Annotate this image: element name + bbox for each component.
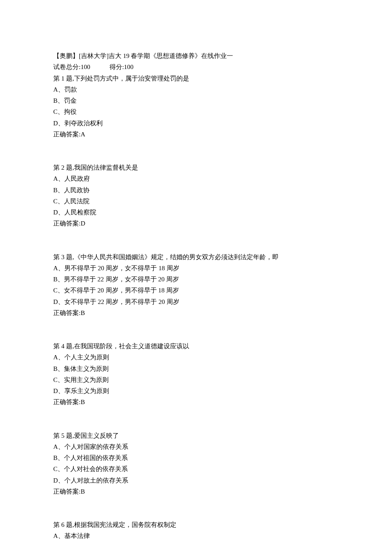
questions-container: 第 1 题,下列处罚方式中，属于治安管理处罚的是A、罚款B、罚金C、拘役D、剥夺… (53, 73, 339, 542)
question-spacer (53, 497, 339, 519)
question-option: B、男不得早于 22 周岁，女不得早于 20 周岁 (53, 274, 339, 285)
question-block: 第 3 题,《中华人民共和国婚姻法》规定，结婚的男女双方必须达到法定年龄，即A、… (53, 251, 339, 319)
total-label: 试卷总分: (53, 61, 81, 72)
question-option: C、实用主义为原则 (53, 374, 339, 385)
question-spacer (53, 140, 339, 162)
question-stem: 第 3 题,《中华人民共和国婚姻法》规定，结婚的男女双方必须达到法定年龄，即 (53, 251, 339, 263)
question-stem: 第 4 题,在我国现阶段，社会主义道德建设应该以 (53, 341, 339, 352)
question-option: A、个人主义为原则 (53, 352, 339, 363)
question-option: C、拘役 (53, 106, 339, 117)
score-label: 得分: (110, 61, 124, 72)
question-stem: 第 6 题,根据我国宪法规定，国务院有权制定 (53, 519, 339, 530)
question-option: A、罚款 (53, 84, 339, 95)
question-answer: 正确答案:B (53, 396, 339, 408)
question-option: B、人民政协 (53, 185, 339, 196)
total-value: 100 (81, 61, 90, 72)
question-spacer (53, 229, 339, 251)
question-answer: 正确答案:B (53, 307, 339, 318)
question-option: A、人民政府 (53, 173, 339, 184)
question-answer: 正确答案:B (53, 486, 339, 497)
question-option: A、男不得早于 20 周岁，女不得早于 18 周岁 (53, 263, 339, 274)
question-option: B、罚金 (53, 95, 339, 106)
question-block: 第 4 题,在我国现阶段，社会主义道德建设应该以A、个人主义为原则B、集体主义为… (53, 341, 339, 408)
question-spacer (53, 408, 339, 430)
question-spacer (53, 318, 339, 341)
question-option: C、女不得早于 20 周岁，男不得早于 18 周岁 (53, 285, 339, 296)
score-gap (90, 61, 110, 72)
question-block: 第 5 题,爱国主义反映了A、个人对国家的依存关系B、个人对祖国的依存关系C、个… (53, 430, 339, 497)
question-block: 第 2 题,我国的法律监督机关是A、人民政府B、人民政协C、人民法院D、人民检察… (53, 162, 339, 229)
question-answer: 正确答案:D (53, 218, 339, 229)
question-option: D、人民检察院 (53, 207, 339, 218)
question-block: 第 6 题,根据我国宪法规定，国务院有权制定A、基本法律 (53, 519, 339, 542)
question-stem: 第 1 题,下列处罚方式中，属于治安管理处罚的是 (53, 73, 339, 84)
question-option: A、基本法律 (53, 530, 339, 541)
question-option: C、人民法院 (53, 196, 339, 207)
question-option: B、个人对祖国的依存关系 (53, 452, 339, 463)
question-stem: 第 2 题,我国的法律监督机关是 (53, 162, 339, 173)
score-value: 100 (124, 61, 134, 72)
score-line: 试卷总分:100 得分:100 (53, 61, 339, 72)
question-option: D、女不得早于 22 周岁，男不得早于 20 周岁 (53, 296, 339, 307)
question-option: B、集体主义为原则 (53, 363, 339, 374)
question-option: D、剥夺政治权利 (53, 118, 339, 129)
question-stem: 第 5 题,爱国主义反映了 (53, 430, 339, 441)
doc-title: 【奥鹏】[吉林大学]吉大 19 春学期《思想道德修养》在线作业一 (53, 50, 339, 61)
question-option: D、个人对故土的依存关系 (53, 475, 339, 486)
question-option: D、享乐主义为原则 (53, 385, 339, 396)
question-block: 第 1 题,下列处罚方式中，属于治安管理处罚的是A、罚款B、罚金C、拘役D、剥夺… (53, 73, 339, 140)
question-option: C、个人对社会的依存关系 (53, 463, 339, 474)
question-answer: 正确答案:A (53, 129, 339, 140)
question-option: A、个人对国家的依存关系 (53, 441, 339, 452)
